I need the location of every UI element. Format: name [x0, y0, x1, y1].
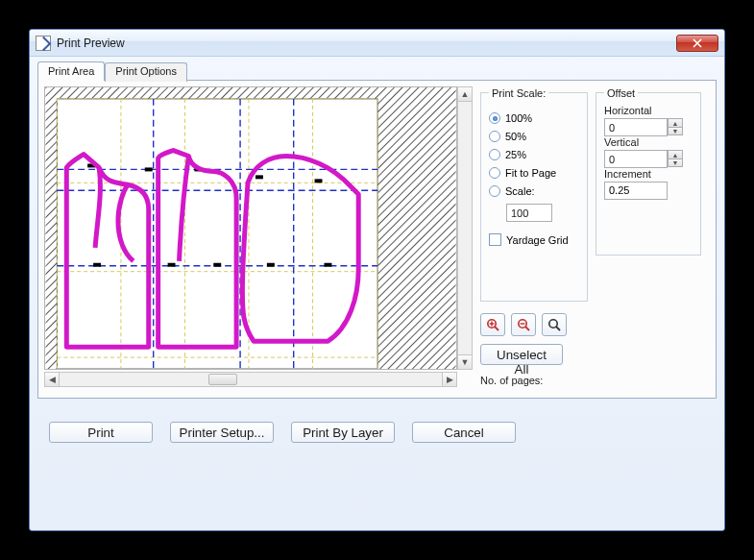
- svg-line-35: [525, 327, 529, 330]
- spin-up-icon[interactable]: ▲: [668, 118, 683, 127]
- printer-setup-button[interactable]: Printer Setup...: [170, 422, 274, 443]
- horizontal-label: Horizontal: [604, 105, 693, 116]
- radio-icon: [489, 112, 500, 124]
- vertical-offset-input[interactable]: [604, 150, 668, 168]
- radio-100[interactable]: 100%: [489, 112, 579, 124]
- scroll-down-icon[interactable]: ▼: [458, 354, 472, 369]
- close-icon: [693, 38, 702, 48]
- svg-rect-29: [324, 263, 331, 267]
- no-of-pages-label: No. of pages:: [480, 375, 543, 386]
- spin-down-icon[interactable]: ▼: [668, 158, 683, 167]
- horizontal-offset-input[interactable]: [604, 118, 668, 136]
- zoom-out-icon: [517, 318, 530, 331]
- svg-rect-25: [93, 263, 101, 267]
- svg-rect-28: [267, 263, 275, 267]
- cancel-button[interactable]: Cancel: [412, 422, 516, 443]
- radio-icon: [489, 131, 500, 142]
- preview-vertical-scrollbar[interactable]: ▲ ▼: [457, 86, 473, 370]
- svg-rect-3: [57, 99, 377, 369]
- radio-icon: [489, 149, 500, 160]
- spin-up-icon[interactable]: ▲: [668, 150, 683, 158]
- spin-down-icon[interactable]: ▼: [668, 127, 683, 135]
- svg-rect-24: [315, 179, 323, 183]
- radio-custom-scale[interactable]: Scale:: [489, 185, 579, 197]
- radio-fit-to-page[interactable]: Fit to Page: [489, 167, 579, 179]
- radio-50[interactable]: 50%: [489, 131, 579, 142]
- window-title: Print Preview: [57, 37, 125, 50]
- unselect-all-button[interactable]: Unselect All: [480, 344, 563, 365]
- zoom-fit-button[interactable]: [542, 313, 567, 336]
- svg-rect-23: [255, 175, 263, 179]
- yardage-grid-label: Yardage Grid: [506, 234, 569, 246]
- offset-legend: Offset: [604, 87, 638, 99]
- svg-rect-26: [168, 263, 176, 267]
- svg-rect-27: [213, 263, 221, 267]
- svg-line-31: [495, 327, 499, 330]
- increment-value: 0.25: [604, 182, 668, 200]
- scroll-right-icon[interactable]: ▶: [442, 373, 456, 386]
- print-button[interactable]: Print: [49, 422, 153, 443]
- close-button[interactable]: [676, 35, 718, 52]
- svg-rect-21: [145, 167, 153, 171]
- print-scale-group: Print Scale: 100% 50% 25%: [480, 92, 588, 302]
- tabbar: Print Area Print Options: [37, 61, 717, 80]
- radio-icon: [489, 185, 500, 197]
- print-by-layer-button[interactable]: Print By Layer: [291, 422, 395, 443]
- tab-print-options[interactable]: Print Options: [105, 62, 187, 82]
- print-preview-window: Print Preview Print Area Print Options: [29, 29, 725, 531]
- scroll-thumb[interactable]: [208, 374, 237, 385]
- svg-point-37: [549, 320, 557, 328]
- tab-print-area[interactable]: Print Area: [37, 61, 105, 81]
- yardage-grid-checkbox[interactable]: [489, 233, 501, 246]
- vertical-label: Vertical: [604, 136, 693, 148]
- offset-group: Offset Horizontal ▲ ▼ Vertical ▲: [596, 92, 701, 256]
- magnifier-icon: [547, 318, 561, 331]
- preview-horizontal-scrollbar[interactable]: ◀ ▶: [44, 372, 457, 387]
- print-preview-canvas[interactable]: [44, 86, 457, 370]
- print-area-panel: ▲ ▼ ◀ ▶ Print Scale: 100% 50%: [37, 80, 717, 399]
- scroll-up-icon[interactable]: ▲: [458, 87, 472, 102]
- svg-line-38: [556, 327, 560, 330]
- custom-scale-input[interactable]: [506, 204, 552, 222]
- increment-label: Increment: [604, 168, 693, 180]
- radio-icon: [489, 167, 500, 179]
- radio-25[interactable]: 25%: [489, 149, 579, 160]
- zoom-in-button[interactable]: [480, 313, 505, 336]
- titlebar[interactable]: Print Preview: [30, 30, 724, 57]
- app-icon: [36, 36, 51, 51]
- scroll-left-icon[interactable]: ◀: [45, 373, 60, 386]
- print-scale-legend: Print Scale:: [489, 87, 548, 99]
- zoom-in-icon: [486, 318, 499, 331]
- zoom-out-button[interactable]: [511, 313, 536, 336]
